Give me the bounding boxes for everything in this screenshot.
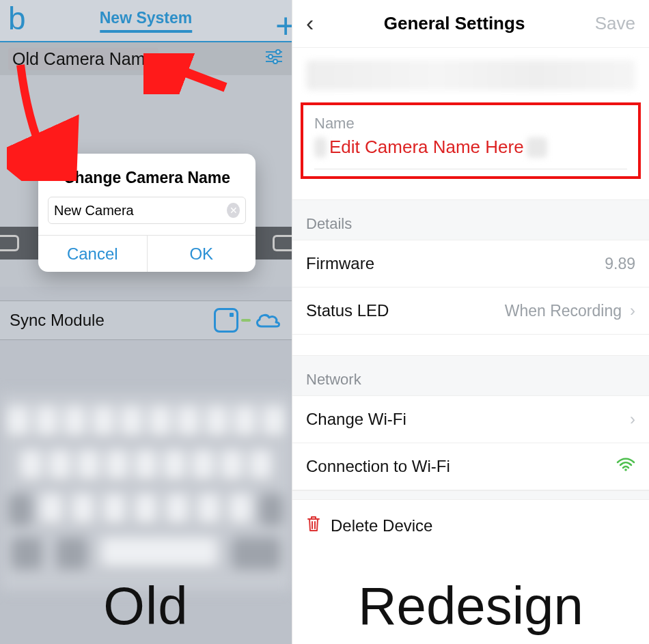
name-field-label: Name <box>314 115 627 132</box>
video-icon[interactable] <box>0 235 19 251</box>
svg-point-6 <box>624 468 627 471</box>
camera-preview-area: Change Camera Name ✕ Cancel OK <box>0 75 292 287</box>
delete-device-label: Delete Device <box>331 516 432 535</box>
dialog-title: Change Camera Name <box>38 154 256 197</box>
dialog-input-wrapper: ✕ <box>48 197 246 224</box>
cancel-button[interactable]: Cancel <box>38 236 147 272</box>
settings-header: ‹ General Settings Save <box>292 0 649 48</box>
name-field-value[interactable]: Edit Camera Name Here <box>327 137 527 158</box>
redacted-text <box>306 60 635 90</box>
firmware-value: 9.89 <box>605 255 635 273</box>
clear-input-icon[interactable]: ✕ <box>227 203 240 218</box>
name-edit-highlight: Name Edit Camera Name Here <box>301 102 641 179</box>
old-header: b New System + <box>0 0 292 42</box>
network-section-header: Network <box>292 355 649 396</box>
svg-point-5 <box>273 59 277 64</box>
sync-module-label: Sync Module <box>10 311 105 330</box>
connection-wifi-label: Connection to Wi-Fi <box>306 457 450 476</box>
cloud-icon <box>253 311 282 329</box>
trash-icon <box>306 515 321 537</box>
firmware-label: Firmware <box>306 254 374 273</box>
page-title: General Settings <box>384 13 525 34</box>
details-section-header: Details <box>292 199 649 240</box>
connection-wifi-row[interactable]: Connection to Wi-Fi <box>292 443 649 490</box>
ok-button[interactable]: OK <box>147 236 256 272</box>
sync-module-row[interactable]: Sync Module <box>0 300 292 340</box>
change-name-dialog: Change Camera Name ✕ Cancel OK <box>38 154 256 272</box>
system-tab[interactable]: New System <box>100 9 193 33</box>
add-icon[interactable]: + <box>275 5 292 46</box>
blurred-keyboard <box>0 393 292 591</box>
change-wifi-row[interactable]: Change Wi-Fi › <box>292 396 649 443</box>
back-button[interactable]: ‹ <box>306 11 314 37</box>
change-wifi-label: Change Wi-Fi <box>306 410 406 429</box>
module-chip-icon <box>214 308 238 333</box>
camera-icon[interactable] <box>273 235 292 251</box>
status-led-value: When Recording <box>505 302 622 320</box>
connection-line-icon <box>241 319 251 322</box>
redacted-blur <box>527 137 547 158</box>
svg-point-1 <box>276 50 280 54</box>
camera-name-label[interactable]: Old Camera Name <box>8 48 158 70</box>
sync-status-icons <box>214 308 282 333</box>
redesign-caption: Redesign <box>358 575 583 637</box>
chevron-right-icon: › <box>630 410 635 429</box>
camera-name-bar: Old Camera Name <box>0 42 292 75</box>
firmware-row: Firmware 9.89 <box>292 240 649 288</box>
save-button[interactable]: Save <box>595 13 635 34</box>
status-led-row[interactable]: Status LED When Recording › <box>292 288 649 335</box>
old-caption: Old <box>103 575 188 637</box>
camera-name-input[interactable] <box>54 203 227 219</box>
settings-sliders-icon[interactable] <box>264 49 284 68</box>
status-led-label: Status LED <box>306 301 389 320</box>
redacted-blur <box>314 137 327 158</box>
svg-point-3 <box>268 55 273 59</box>
old-app-pane: b New System + Old Camera Name Change Ca… <box>0 0 292 644</box>
chevron-right-icon: › <box>630 301 635 320</box>
delete-device-row[interactable]: Delete Device <box>292 500 649 552</box>
redesign-settings-pane: ‹ General Settings Save Name Edit Camera… <box>292 0 649 644</box>
app-logo: b <box>0 3 34 38</box>
wifi-signal-icon <box>616 457 635 476</box>
